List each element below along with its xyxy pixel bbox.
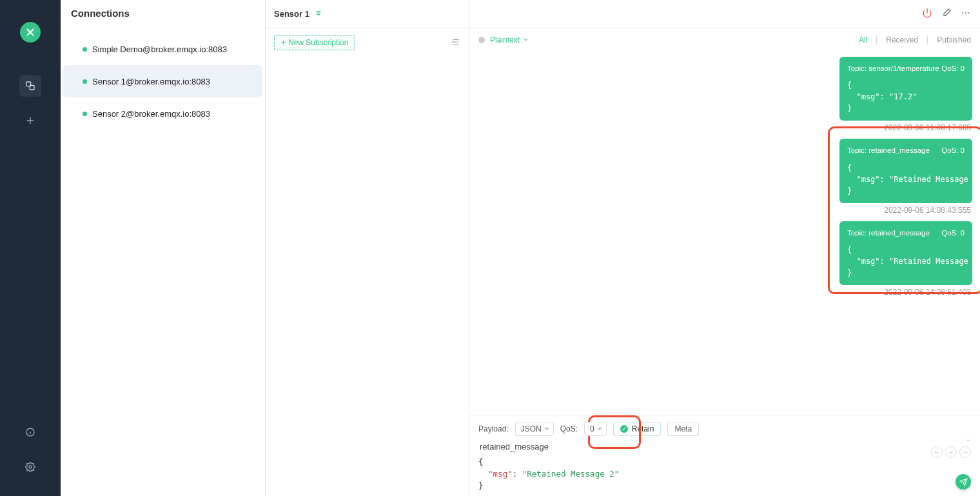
collapse-subscriptions-icon[interactable] (451, 37, 460, 48)
connections-title: Connections (71, 8, 255, 19)
messages-list: Topic: sensor/1/temperatureQoS: 0{ "msg"… (469, 52, 980, 415)
message-topic: Topic: retained_message (847, 228, 930, 239)
message-filterbar: Plaintext All Received Published (469, 28, 980, 52)
message-qos: QoS: 0 (941, 63, 965, 74)
rail-settings-icon[interactable] (19, 456, 41, 478)
history-prev-icon[interactable]: ← (931, 446, 943, 458)
message-qos: QoS: 0 (941, 228, 965, 239)
message-bubble[interactable]: Topic: retained_messageQoS: 0{ "msg": "R… (839, 139, 972, 203)
svg-point-5 (965, 12, 966, 14)
new-subscription-label: New Subscription (288, 38, 348, 47)
retain-label: Retain (632, 424, 654, 433)
connection-item[interactable]: Simple Demo@broker.emqx.io:8083 (63, 33, 262, 65)
publish-panel: Payload: JSON QoS: 0 ✓ Retain Meta ⌄ ← −… (469, 415, 980, 496)
meta-button[interactable]: Meta (667, 422, 699, 436)
online-dot-icon (83, 47, 87, 52)
expand-connection-icon[interactable] (315, 9, 322, 19)
message-body: { "msg": "17.2" } (847, 79, 965, 114)
online-dot-icon (83, 79, 87, 84)
message-row: Topic: sensor/1/temperatureQoS: 0{ "msg"… (477, 57, 972, 121)
tab-all[interactable]: All (859, 35, 867, 45)
svg-point-6 (968, 12, 970, 14)
rail-info-icon[interactable] (19, 421, 41, 443)
svg-point-4 (962, 12, 963, 14)
tab-published[interactable]: Published (937, 35, 971, 45)
rail-new-icon[interactable] (19, 110, 41, 132)
message-timestamp: 2022-09-06 14:08:43:555 (477, 206, 971, 215)
message-bubble[interactable]: Topic: sensor/1/temperatureQoS: 0{ "msg"… (839, 57, 972, 121)
message-timestamp: 2022-09-06 14:08:51:403 (477, 288, 971, 297)
message-topic: Topic: sensor/1/temperature (847, 63, 939, 74)
message-bubble[interactable]: Topic: retained_messageQoS: 0{ "msg": "R… (839, 221, 972, 285)
app-logo (20, 22, 41, 43)
center-topbar: Sensor 1 (266, 0, 469, 28)
connection-label: Sensor 2@broker.emqx.io:8083 (92, 109, 210, 119)
new-subscription-button[interactable]: + New Subscription (274, 35, 355, 50)
connection-item[interactable]: Sensor 2@broker.emqx.io:8083 (63, 97, 262, 130)
connection-label: Sensor 1@broker.emqx.io:8083 (92, 77, 210, 86)
right-panel: Plaintext All Received Published Topic: … (469, 0, 980, 496)
svg-point-3 (29, 466, 32, 468)
plus-icon: + (281, 38, 286, 47)
retain-toggle[interactable]: ✓ Retain (613, 422, 662, 436)
connection-label: Simple Demo@broker.emqx.io:8083 (92, 45, 227, 54)
message-row: Topic: retained_messageQoS: 0{ "msg": "R… (477, 139, 972, 203)
app-rail (0, 0, 61, 496)
rail-connections-icon[interactable] (19, 75, 41, 97)
history-minus-icon[interactable]: − (945, 446, 957, 458)
payload-format-select[interactable]: JSON (515, 422, 554, 436)
message-topic: Topic: retained_message (847, 145, 930, 156)
center-panel: Sensor 1 + New Subscription (266, 0, 469, 496)
payload-editor[interactable]: { "msg": "Retained Message 2" } (478, 456, 971, 492)
message-body: { "msg": "Retained Message 1" } (847, 162, 965, 197)
connection-title: Sensor 1 (274, 9, 309, 19)
message-topbar (469, 0, 980, 28)
message-timestamp: 2022-09-06 11:00:17:663 (477, 123, 971, 132)
topic-input[interactable] (478, 441, 971, 452)
message-qos: QoS: 0 (941, 145, 965, 156)
expand-topic-icon[interactable]: ⌄ (965, 435, 971, 443)
qos-select[interactable]: 0 (584, 422, 607, 436)
encoding-label: Plaintext (490, 35, 520, 45)
encoding-selector[interactable]: Plaintext (490, 35, 529, 45)
more-icon[interactable] (961, 8, 971, 20)
history-next-icon[interactable]: → (959, 446, 971, 458)
tab-received[interactable]: Received (886, 35, 918, 45)
payload-label: Payload: (478, 424, 509, 433)
edit-icon[interactable] (941, 8, 952, 20)
message-body: { "msg": "Retained Message 2" } (847, 244, 965, 279)
qos-label: QoS: (560, 424, 578, 433)
connections-panel: Connections Simple Demo@broker.emqx.io:8… (61, 0, 266, 496)
connection-item[interactable]: Sensor 1@broker.emqx.io:8083 (63, 65, 262, 97)
disconnect-icon[interactable] (922, 8, 932, 20)
online-dot-icon (83, 112, 87, 116)
message-row: Topic: retained_messageQoS: 0{ "msg": "R… (477, 221, 972, 285)
send-button[interactable] (956, 474, 971, 490)
retain-check-icon: ✓ (620, 425, 628, 433)
status-dot-icon (478, 37, 485, 43)
